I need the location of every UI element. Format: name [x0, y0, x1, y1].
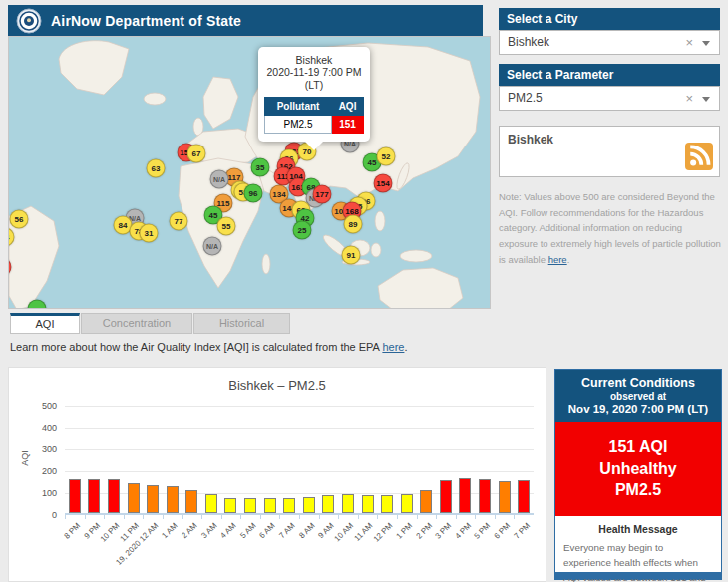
cc-parameter: PM2.5	[559, 479, 717, 501]
chart-bar-2-pm[interactable]	[420, 490, 432, 513]
y-tick-label: 400	[17, 423, 57, 433]
tab-concentration[interactable]: Concentration	[81, 313, 192, 334]
app-header: AirNow Department of State	[8, 5, 483, 36]
chart-bar-8-am[interactable]	[303, 497, 315, 513]
y-tick-label: 100	[17, 488, 57, 498]
tab-aqi[interactable]: AQI	[10, 313, 80, 334]
x-tick-label: 3 PM	[434, 521, 454, 541]
chart-bar-9-am[interactable]	[322, 495, 334, 513]
popup-aqi-table: Pollutant AQI PM2.5 151	[264, 97, 364, 134]
map-popup-bishkek: Bishkek 2020-11-19 7:00 PM (LT) Pollutan…	[258, 47, 370, 142]
chart-gridline	[65, 471, 534, 472]
aqi-map-marker[interactable]: 154	[374, 174, 393, 193]
tab-historical[interactable]: Historical	[193, 313, 290, 334]
aqi-map-marker[interactable]: 96	[244, 184, 263, 203]
chart-bar-5-am[interactable]	[244, 498, 256, 513]
aqi-map-marker[interactable]: 77	[170, 212, 188, 231]
popup-datetime: 2020-11-19 7:00 PM	[264, 66, 364, 79]
chart-bar-11-am[interactable]	[362, 495, 374, 513]
learn-more-suffix: .	[404, 341, 407, 353]
rss-icon[interactable]	[685, 143, 713, 170]
chart-bar-8-pm[interactable]	[69, 479, 81, 513]
chart-bar-3-am[interactable]	[205, 494, 217, 513]
cc-health-title: Health Message	[563, 523, 713, 535]
x-tick-label: 6 PM	[492, 521, 512, 541]
chart-bar-9-pm[interactable]	[88, 479, 100, 513]
aqi-map-marker[interactable]: 91	[342, 246, 361, 265]
x-tick-label: 11 AM	[353, 521, 375, 543]
chart-bar-7-am[interactable]	[283, 498, 295, 513]
city-clear-icon[interactable]: ×	[685, 31, 693, 54]
chart-bar-6-am[interactable]	[264, 498, 276, 513]
chart-bar-6-pm[interactable]	[499, 481, 511, 513]
aqi-map-marker[interactable]: 31	[140, 224, 159, 243]
x-axis-tick	[397, 515, 398, 519]
rss-feed-box: Bishkek	[499, 126, 720, 177]
x-axis-tick	[163, 515, 164, 519]
aqi-map-marker[interactable]: 25	[293, 221, 312, 240]
chart-bar-7-pm[interactable]	[518, 480, 530, 513]
x-axis-tick	[456, 515, 457, 519]
popup-timezone: (LT)	[264, 79, 364, 92]
chart-bar-19-2020-12-am[interactable]	[147, 485, 159, 513]
rss-city-label: Bishkek	[508, 133, 553, 146]
chart-gridline	[65, 406, 534, 407]
chart-bar-10-pm[interactable]	[108, 479, 120, 513]
chart-bar-3-pm[interactable]	[440, 480, 452, 513]
aqi-map-marker[interactable]: 35	[251, 158, 270, 177]
chart-bar-4-am[interactable]	[224, 498, 236, 513]
x-axis-tick	[417, 515, 418, 519]
note-here-link[interactable]: here	[548, 254, 567, 265]
cc-category: Unhealthy	[559, 458, 717, 480]
aqi-map-marker[interactable]: 177	[313, 185, 332, 204]
y-tick-label: 300	[17, 444, 57, 454]
aqi-map-marker[interactable]: N/A	[210, 170, 229, 189]
aqi-map-marker[interactable]: 56	[10, 210, 29, 229]
chart-bar-4-pm[interactable]	[459, 478, 471, 513]
x-axis-tick	[475, 515, 476, 519]
popup-city: Bishkek	[264, 54, 364, 66]
map-landmass-graphic	[9, 37, 491, 309]
y-tick-label: 500	[17, 401, 57, 411]
state-department-seal-icon	[16, 8, 42, 34]
x-tick-label: 4 PM	[453, 521, 473, 541]
parameter-select[interactable]: PM2.5 ×	[499, 86, 720, 111]
chart-bar-1-am[interactable]	[167, 486, 179, 513]
chart-bar-1-pm[interactable]	[401, 494, 413, 513]
aqi-map-marker[interactable]: 52	[377, 147, 396, 166]
x-axis-tick	[299, 515, 300, 519]
x-tick-label: 8 PM	[63, 521, 83, 541]
aqi-map-marker[interactable]: 67	[187, 145, 206, 163]
aqi-map-marker[interactable]: 63	[147, 159, 166, 178]
chart-gridline	[65, 428, 534, 429]
aqi-map-marker[interactable]: 55	[217, 217, 236, 236]
aqi-map-marker[interactable]: N/A	[203, 237, 222, 256]
current-conditions-header: Current Conditions observed at Nov 19, 2…	[555, 370, 721, 422]
x-axis-tick	[338, 515, 339, 519]
aqi-map-marker[interactable]: 89	[344, 215, 363, 234]
city-select[interactable]: Bishkek ×	[499, 30, 720, 55]
x-axis-tick	[124, 515, 125, 519]
parameter-clear-icon[interactable]: ×	[685, 87, 693, 110]
learn-more-text: Learn more about how the Air Quality Ind…	[10, 341, 382, 353]
world-aqi-map[interactable]: 631576735N/A151709616211110416168134N/A1…	[8, 36, 491, 309]
x-axis-tick	[358, 515, 359, 519]
x-tick-label: 4 AM	[219, 521, 238, 540]
city-caret-icon[interactable]	[702, 41, 710, 46]
cc-title: Current Conditions	[559, 376, 717, 390]
learn-more-here-link[interactable]: here	[382, 341, 404, 353]
chart-bar-12-pm[interactable]	[381, 495, 393, 513]
popup-pollutant-value: PM2.5	[265, 116, 332, 134]
city-select-value: Bishkek	[508, 35, 549, 49]
popup-aqi-value: 151	[332, 116, 364, 134]
x-axis-tick	[104, 515, 105, 519]
x-axis-tick	[240, 515, 241, 519]
cc-datetime: Nov 19, 2020 7:00 PM (LT)	[559, 403, 717, 415]
chart-bar-11-pm[interactable]	[128, 483, 140, 513]
chart-bar-2-am[interactable]	[185, 490, 197, 513]
chart-bar-5-pm[interactable]	[479, 479, 491, 513]
parameter-caret-icon[interactable]	[702, 97, 710, 102]
parameter-select-value: PM2.5	[508, 91, 543, 105]
x-axis-tick	[279, 515, 280, 519]
chart-bar-10-am[interactable]	[342, 494, 354, 513]
